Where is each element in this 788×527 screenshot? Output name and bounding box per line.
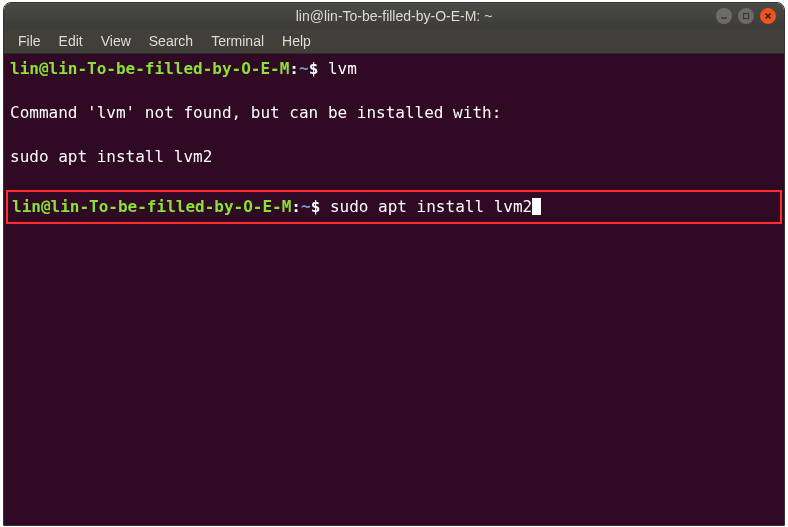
svg-rect-1 — [744, 14, 749, 19]
empty-line — [10, 80, 778, 102]
empty-line — [10, 168, 778, 190]
empty-line — [10, 124, 778, 146]
prompt-path: ~ — [299, 59, 309, 78]
close-button[interactable] — [760, 8, 776, 24]
minimize-button[interactable] — [716, 8, 732, 24]
output-line: sudo apt install lvm2 — [10, 146, 778, 168]
prompt-userhost: lin@lin-To-be-filled-by-O-E-M — [10, 59, 289, 78]
menu-edit[interactable]: Edit — [51, 31, 91, 51]
prompt-separator: : — [291, 197, 301, 216]
menu-file[interactable]: File — [10, 31, 49, 51]
window-controls — [716, 8, 776, 24]
highlight-annotation: lin@lin-To-be-filled-by-O-E-M:~$ sudo ap… — [6, 190, 782, 224]
prompt-path: ~ — [301, 197, 311, 216]
titlebar[interactable]: lin@lin-To-be-filled-by-O-E-M: ~ — [4, 3, 784, 29]
terminal-line: lin@lin-To-be-filled-by-O-E-M:~$ lvm — [10, 58, 778, 80]
minimize-icon — [720, 12, 728, 20]
prompt-separator: : — [289, 59, 299, 78]
menubar: File Edit View Search Terminal Help — [4, 29, 784, 54]
prompt-userhost: lin@lin-To-be-filled-by-O-E-M — [12, 197, 291, 216]
command-text: lvm — [328, 59, 357, 78]
menu-help[interactable]: Help — [274, 31, 319, 51]
terminal-window: lin@lin-To-be-filled-by-O-E-M: ~ File Ed… — [3, 2, 785, 526]
maximize-icon — [742, 12, 750, 20]
menu-terminal[interactable]: Terminal — [203, 31, 272, 51]
window-title: lin@lin-To-be-filled-by-O-E-M: ~ — [12, 8, 776, 24]
maximize-button[interactable] — [738, 8, 754, 24]
prompt-dollar: $ — [311, 197, 330, 216]
command-text: sudo apt install lvm2 — [330, 197, 532, 216]
output-line: Command 'lvm' not found, but can be inst… — [10, 102, 778, 124]
terminal-body[interactable]: lin@lin-To-be-filled-by-O-E-M:~$ lvm Com… — [4, 54, 784, 525]
close-icon — [764, 12, 772, 20]
menu-search[interactable]: Search — [141, 31, 201, 51]
cursor — [532, 198, 541, 215]
menu-view[interactable]: View — [93, 31, 139, 51]
prompt-dollar: $ — [309, 59, 328, 78]
